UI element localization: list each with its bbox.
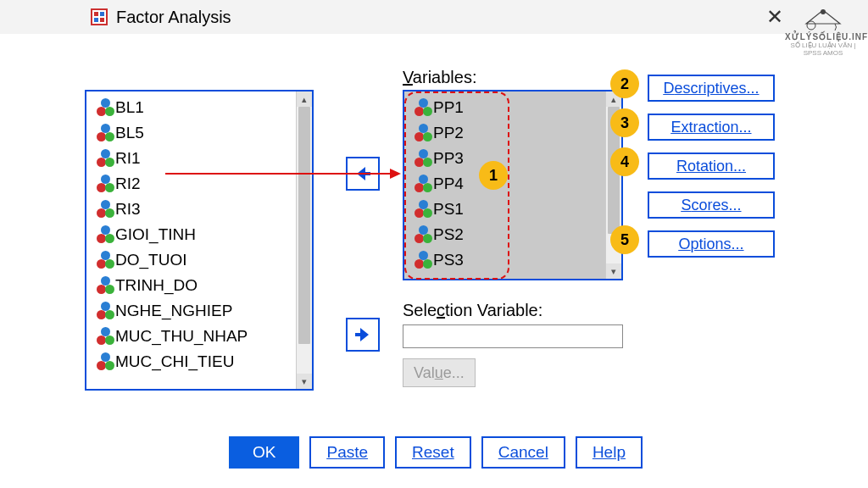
list-item-label: MUC_CHI_TIEU [115,352,234,371]
scrollbar[interactable]: ▴ ▾ [296,92,312,389]
list-item[interactable]: RI1 [90,146,295,171]
annotation-badge: 4 [610,147,639,176]
bottom-button-row: OK Paste Reset Cancel Help [229,436,643,469]
variable-icon [93,200,112,219]
list-item-label: DO_TUOI [115,251,186,269]
side-button-scores[interactable]: Scores... [648,191,775,219]
variable-icon [93,98,112,117]
list-item[interactable]: RI3 [90,197,295,222]
list-item-label: NGHE_NGHIEP [115,302,232,320]
list-item-label: PP1 [433,98,464,117]
value-button: Value... [403,358,476,387]
side-button-descriptives[interactable]: Descriptives... [648,75,775,102]
list-item[interactable]: NGHE_NGHIEP [90,298,295,324]
list-item[interactable]: PS3 [408,247,604,273]
list-item-label: RI1 [115,149,141,168]
list-item[interactable]: MUC_THU_NHAP [90,324,295,349]
variable-icon [411,175,430,193]
list-item-label: BL5 [115,124,144,142]
list-item[interactable]: BL1 [90,95,295,120]
selection-variable-input[interactable] [403,324,623,348]
list-item-label: PP3 [433,149,464,168]
list-item[interactable]: PS2 [408,222,604,247]
list-item[interactable]: BL5 [90,120,295,146]
variable-icon [411,200,430,219]
selected-variable-list[interactable]: PP1PP2PP3PP4PS1PS2PS3 ▴ ▾ [403,90,623,280]
ok-button[interactable]: OK [229,436,299,469]
reset-button[interactable]: Reset [395,436,471,469]
list-item-label: PS2 [433,225,464,244]
list-item-label: BL1 [115,98,144,117]
list-item-label: MUC_THU_NHAP [115,327,248,346]
list-item[interactable]: DO_TUOI [90,247,295,273]
app-icon [89,7,109,27]
annotation-badge: 5 [610,225,639,254]
variable-icon [93,124,112,142]
list-item[interactable]: PP3 [408,146,604,171]
svg-rect-2 [94,12,98,16]
list-item[interactable]: TRINH_DO [90,273,295,298]
source-variable-list[interactable]: BL1BL5RI1RI2RI3GIOI_TINHDO_TUOITRINH_DON… [85,90,314,391]
variable-icon [411,149,430,168]
list-item[interactable]: PS1 [408,197,604,222]
scroll-up-icon[interactable]: ▴ [297,92,312,107]
list-item-label: PS3 [433,251,464,269]
svg-rect-5 [100,18,104,22]
cancel-button[interactable]: Cancel [481,436,565,469]
list-item-label: PP2 [433,124,464,142]
annotation-badge: 3 [610,108,639,137]
list-item[interactable]: RI2 [90,171,295,197]
variable-icon [93,302,112,320]
annotation-badge: 2 [610,69,639,98]
scroll-down-icon[interactable]: ▾ [297,374,312,389]
svg-rect-4 [94,18,98,22]
side-button-options[interactable]: Options... [648,230,775,258]
scroll-down-icon[interactable]: ▾ [606,263,621,279]
variables-label: Variables: [403,68,476,87]
svg-point-6 [821,9,826,14]
variable-icon [93,327,112,346]
paste-button[interactable]: Paste [309,436,385,469]
variable-icon [93,149,112,168]
watermark: XỬLÝSỐLIỆU.INFO SỐ LIỆU LUẬN VĂN | SPSS … [785,3,861,57]
svg-marker-9 [390,169,401,179]
annotation-badge: 1 [479,161,508,190]
list-item-label: RI2 [115,175,141,193]
svg-rect-3 [100,12,104,16]
variable-icon [93,251,112,269]
move-to-variables-button[interactable] [346,157,380,191]
variable-icon [411,225,430,244]
list-item-label: PP4 [433,175,464,193]
list-item-label: RI3 [115,200,141,219]
titlebar: Factor Analysis ✕ [0,0,868,34]
svg-point-7 [807,21,815,30]
list-item[interactable]: PP2 [408,120,604,146]
side-button-rotation[interactable]: Rotation... [648,152,775,180]
move-to-selection-button[interactable] [346,318,380,352]
window-title: Factor Analysis [116,8,231,27]
variable-icon [93,276,112,295]
help-button[interactable]: Help [576,436,643,469]
list-item[interactable]: MUC_CHI_TIEU [90,349,295,374]
side-button-extraction[interactable]: Extraction... [648,114,775,141]
variable-icon [93,225,112,244]
list-item[interactable]: PP1 [408,95,604,120]
selection-variable-label: Selection Variable: [403,301,542,320]
list-item-label: TRINH_DO [115,276,198,295]
close-button[interactable]: ✕ [766,5,783,29]
variable-icon [411,124,430,142]
variable-icon [93,352,112,371]
scroll-thumb[interactable] [298,107,310,344]
list-item[interactable]: GIOI_TINH [90,222,295,247]
list-item-label: PS1 [433,200,464,219]
list-item-label: GIOI_TINH [115,225,196,244]
variable-icon [411,251,430,269]
variable-icon [93,175,112,193]
variable-icon [411,98,430,117]
